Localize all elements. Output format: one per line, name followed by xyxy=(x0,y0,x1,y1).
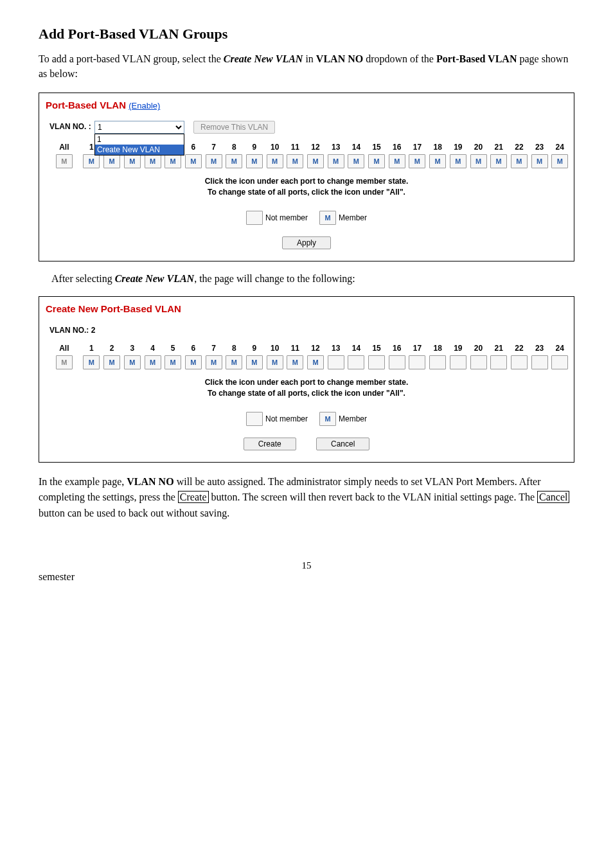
port-header: 1 xyxy=(89,344,94,353)
port-col: 15M xyxy=(368,143,386,168)
port-col: 10M xyxy=(266,143,284,168)
text: Create New VLAN xyxy=(224,53,303,64)
port-toggle[interactable]: M xyxy=(328,154,344,168)
port-toggle[interactable]: M xyxy=(164,154,181,168)
port-toggle[interactable]: M xyxy=(83,355,100,369)
port-toggle[interactable] xyxy=(429,355,446,369)
port-col: 24M xyxy=(551,143,569,168)
port-toggle[interactable]: M xyxy=(368,154,385,168)
port-col: 7M xyxy=(205,344,223,369)
port-header: 17 xyxy=(413,143,422,152)
port-header: 15 xyxy=(372,344,380,353)
port-header: 21 xyxy=(495,344,503,353)
closing-paragraph: In the example page, VLAN NO will be aut… xyxy=(39,474,574,522)
port-toggle[interactable] xyxy=(470,355,487,369)
port-toggle[interactable]: M xyxy=(490,154,507,168)
dropdown-option-1[interactable]: 1 xyxy=(95,134,184,145)
port-toggle[interactable]: M xyxy=(124,154,141,168)
legend: M Not member M Member xyxy=(44,211,569,225)
port-toggle[interactable] xyxy=(368,355,385,369)
port-toggle[interactable] xyxy=(409,355,425,369)
port-toggle[interactable]: M xyxy=(511,154,528,168)
port-toggle[interactable]: M xyxy=(226,154,242,168)
port-toggle[interactable] xyxy=(348,355,364,369)
text: dropdown of the xyxy=(363,53,436,64)
port-header: 10 xyxy=(271,143,279,152)
port-toggle[interactable]: M xyxy=(226,355,242,369)
enable-link[interactable]: (Enable) xyxy=(129,101,160,111)
text: To add a port-based VLAN group, select t… xyxy=(39,53,224,64)
port-toggle[interactable]: M xyxy=(124,355,141,369)
port-toggle[interactable]: M xyxy=(287,355,303,369)
create-button[interactable]: Create xyxy=(244,438,296,450)
port-col: 16 xyxy=(388,344,406,369)
apply-button[interactable]: Apply xyxy=(282,236,331,249)
dropdown-option-create[interactable]: Create New VLAN xyxy=(95,145,184,155)
panel-title: Port-Based VLAN (Enable) xyxy=(46,100,569,111)
port-toggle[interactable]: M xyxy=(246,355,263,369)
text: button can be used to back out without s… xyxy=(39,508,229,518)
vlan-no-dropdown[interactable]: 1 xyxy=(94,121,184,134)
port-col: 14M xyxy=(348,143,366,168)
port-col: 15 xyxy=(368,344,386,369)
port-header: 23 xyxy=(535,143,544,152)
port-toggle-all[interactable]: M xyxy=(56,355,73,369)
port-header: 24 xyxy=(556,344,564,353)
port-header: 5 xyxy=(171,344,175,353)
port-toggle[interactable]: M xyxy=(450,154,466,168)
port-toggle[interactable]: M xyxy=(531,154,548,168)
port-toggle[interactable]: M xyxy=(409,154,425,168)
port-col: 5M xyxy=(164,344,182,369)
vlan-no-row: VLAN NO. : 1 1 Create New VLAN Remove Th… xyxy=(49,121,569,134)
port-toggle[interactable] xyxy=(389,355,405,369)
vlan-no-label: VLAN NO. : xyxy=(49,121,94,131)
legend-member-label: Member xyxy=(339,213,367,222)
port-toggle[interactable]: M xyxy=(267,355,283,369)
port-toggle[interactable] xyxy=(450,355,466,369)
port-header: 12 xyxy=(311,143,319,152)
port-toggle[interactable] xyxy=(490,355,507,369)
port-toggle[interactable]: M xyxy=(348,154,364,168)
port-header: 10 xyxy=(271,344,279,353)
port-col: 9M xyxy=(245,344,263,369)
port-toggle[interactable] xyxy=(328,355,344,369)
port-toggle[interactable]: M xyxy=(206,154,222,168)
port-toggle[interactable]: M xyxy=(103,355,120,369)
port-col: 4M xyxy=(144,344,162,369)
port-toggle[interactable]: M xyxy=(206,355,222,369)
remove-vlan-button[interactable]: Remove This VLAN xyxy=(193,121,275,134)
port-toggle[interactable]: M xyxy=(470,154,487,168)
button-row: Create Cancel xyxy=(44,438,569,450)
port-toggle[interactable]: M xyxy=(145,355,161,369)
port-header: 20 xyxy=(474,143,483,152)
port-toggle[interactable]: M xyxy=(103,154,120,168)
port-col: 8M xyxy=(225,344,243,369)
port-header: 16 xyxy=(393,143,401,152)
port-col: 7M xyxy=(205,143,223,168)
port-toggle[interactable]: M xyxy=(164,355,181,369)
port-toggle-all[interactable]: M xyxy=(56,154,73,168)
port-toggle[interactable]: M xyxy=(307,154,324,168)
port-toggle[interactable]: M xyxy=(429,154,446,168)
port-toggle[interactable]: M xyxy=(145,154,161,168)
port-toggle[interactable] xyxy=(511,355,528,369)
port-toggle[interactable]: M xyxy=(551,154,568,168)
port-toggle[interactable] xyxy=(531,355,548,369)
port-toggle[interactable]: M xyxy=(83,154,100,168)
port-header: 20 xyxy=(474,344,483,353)
port-toggle[interactable]: M xyxy=(185,154,202,168)
cancel-button[interactable]: Cancel xyxy=(316,438,369,450)
port-col: 20 xyxy=(470,344,488,369)
port-toggle[interactable]: M xyxy=(246,154,263,168)
port-toggle[interactable]: M xyxy=(307,355,324,369)
port-header-all: All xyxy=(59,143,69,152)
port-header: 13 xyxy=(332,143,340,152)
port-toggle[interactable] xyxy=(551,355,568,369)
port-toggle[interactable]: M xyxy=(389,154,405,168)
port-toggle[interactable]: M xyxy=(267,154,283,168)
legend-not-member-label: Not member xyxy=(265,213,308,222)
port-col: 23M xyxy=(531,143,549,168)
port-col: 23 xyxy=(531,344,549,369)
port-toggle[interactable]: M xyxy=(287,154,303,168)
port-toggle[interactable]: M xyxy=(185,355,202,369)
